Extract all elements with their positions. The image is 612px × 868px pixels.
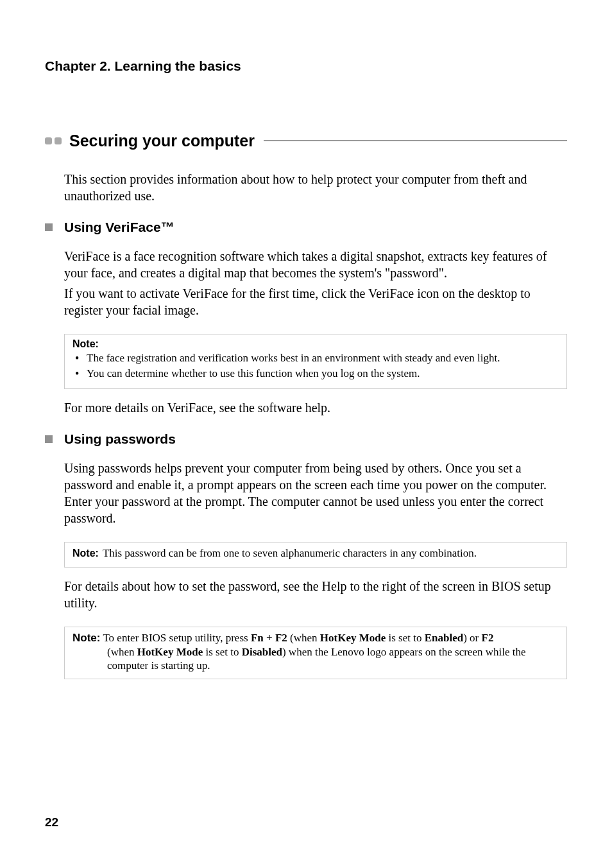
section-title-row: Securing your computer — [45, 132, 567, 150]
chapter-header: Chapter 2. Learning the basics — [45, 58, 567, 74]
square-bullet-icon — [45, 435, 53, 443]
subsection-veriface-row: Using VeriFace™ — [45, 220, 567, 235]
note-text: This password can be from one to seven a… — [103, 546, 477, 560]
note-label: Note: — [72, 548, 99, 559]
note-label: Note: — [72, 338, 559, 350]
section-title: Securing your computer — [69, 132, 255, 150]
veriface-paragraph-2: If you want to activate VeriFace for the… — [64, 285, 567, 318]
square-bullet-icon — [45, 223, 53, 231]
veriface-paragraph-1: VeriFace is a face recognition software … — [64, 248, 567, 281]
subsection-passwords-title: Using passwords — [64, 431, 176, 447]
page-number: 22 — [45, 815, 58, 829]
passwords-paragraph-1: Using passwords helps prevent your compu… — [64, 460, 567, 526]
note-list-item: The face registration and verification w… — [72, 351, 559, 365]
passwords-paragraph-2: For details about how to set the passwor… — [64, 578, 567, 611]
passwords-note-2: Note: To enter BIOS setup utility, press… — [64, 627, 567, 679]
note-list-item: You can determine whether to use this fu… — [72, 367, 559, 381]
note-list: The face registration and verification w… — [72, 351, 559, 381]
intro-paragraph: This section provides information about … — [64, 171, 567, 204]
note-complex-text: Note: To enter BIOS setup utility, press… — [72, 631, 559, 672]
subsection-veriface-title: Using VeriFace™ — [64, 220, 174, 235]
title-rule-line — [264, 140, 567, 141]
veriface-paragraph-3: For more details on VeriFace, see the so… — [64, 399, 567, 416]
passwords-note-1: Note: This password can be from one to s… — [64, 542, 567, 568]
subsection-passwords-row: Using passwords — [45, 431, 567, 447]
section-bullet-icon — [45, 137, 62, 144]
veriface-note-box: Note: The face registration and verifica… — [64, 334, 567, 389]
